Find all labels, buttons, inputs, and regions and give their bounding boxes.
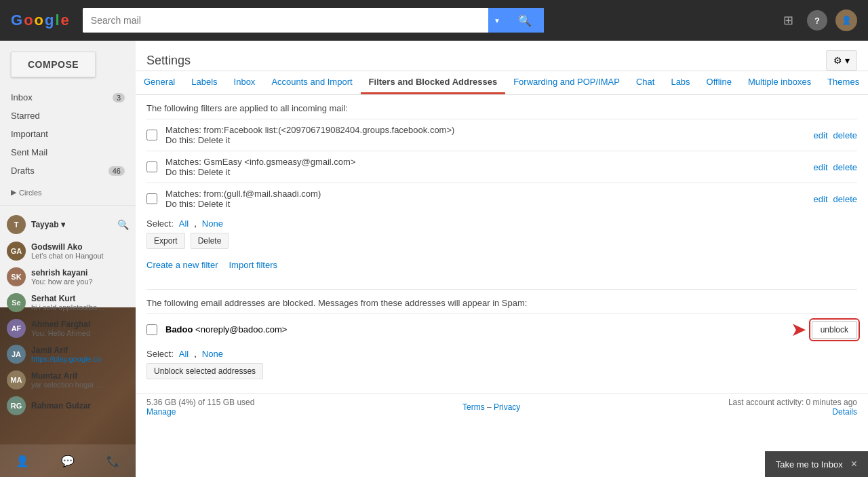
blocked-select-all[interactable]: All — [179, 349, 189, 359]
privacy-link[interactable]: Privacy — [494, 402, 520, 412]
tab-multiple[interactable]: Multiple inboxes — [740, 71, 819, 94]
filter-actions-1: edit delete — [814, 130, 857, 140]
filter-row-2: Matches: GsmEasy <info.gsmeasy@gmail.com… — [146, 151, 857, 183]
chat-user-self[interactable]: T Tayyab ▾ 🔍 — [0, 211, 136, 238]
filters-select-row: Select: All, None — [146, 214, 857, 233]
sidebar-item-starred[interactable]: Starred — [0, 107, 136, 125]
chat-user-4[interactable]: AF Ahmed Farghal You: Hello Ahmed — [0, 316, 136, 341]
chat-user-6[interactable]: MA Mumtaz Arif yar selection hogai yah — [0, 367, 136, 393]
search-chat-icon[interactable]: 🔍 — [117, 219, 129, 230]
filter-edit-2[interactable]: edit — [814, 162, 828, 172]
chat-avatar-5: JA — [7, 345, 26, 364]
filter-section: The following filters are applied to all… — [136, 95, 868, 289]
unblock-button[interactable]: unblock — [812, 321, 857, 339]
google-logo: Google — [11, 12, 69, 29]
contacts-icon[interactable]: 👤 — [10, 449, 35, 473]
create-filter-link[interactable]: Create a new filter — [146, 260, 218, 270]
tab-offline[interactable]: Offline — [698, 71, 740, 94]
phone-icon[interactable]: 📞 — [101, 449, 125, 473]
filter-action-2: Do this: Delete it — [165, 167, 814, 177]
filter-row-3: Matches: from:(gull.f@mail.shaadi.com) D… — [146, 183, 857, 214]
unblock-selected-button[interactable]: Unblock selected addresses — [146, 363, 263, 379]
filter-action-3: Do this: Delete it — [165, 199, 814, 209]
chat-user-3[interactable]: Se Serhat Kurt hi i sold appletoolbox th — [0, 290, 136, 316]
blocked-email-address: <noreply@badoo.com> — [195, 324, 287, 335]
settings-header: Settings ⚙ ▾ — [136, 41, 868, 71]
blocked-checkbox-1[interactable] — [146, 324, 157, 335]
chat-avatar-3: Se — [7, 293, 26, 312]
search-dropdown-btn[interactable]: ▼ — [488, 8, 506, 33]
chat-user-5[interactable]: JA Jamil Arif https://play.google.co — [0, 341, 136, 367]
sidebar-item-sent[interactable]: Sent Mail — [0, 143, 136, 161]
filter-row-1: Matches: from:Facebook list:(<2097067190… — [146, 119, 857, 151]
search-input[interactable] — [83, 8, 488, 33]
sidebar-item-drafts[interactable]: Drafts 46 — [0, 161, 136, 180]
sidebar-item-inbox[interactable]: Inbox 3 — [0, 88, 136, 107]
filter-delete-2[interactable]: delete — [833, 162, 857, 172]
filter-actions-2: edit delete — [814, 162, 857, 172]
import-filters-link[interactable]: Import filters — [229, 260, 278, 270]
chat-avatar-1: GA — [7, 242, 26, 261]
delete-button[interactable]: Delete — [191, 233, 229, 249]
filter-delete-1[interactable]: delete — [833, 130, 857, 140]
unblock-arrow-annotation: ➤ unblock — [511, 318, 857, 341]
tab-accounts[interactable]: Accounts and Import — [263, 71, 360, 94]
inbox-badge: 3 — [113, 93, 125, 102]
sidebar-item-important[interactable]: Important — [0, 125, 136, 143]
filter-checkbox-2[interactable] — [146, 161, 157, 172]
terms-link[interactable]: Terms — [462, 402, 485, 412]
filter-edit-1[interactable]: edit — [814, 130, 828, 140]
compose-button[interactable]: COMPOSE — [11, 52, 96, 77]
tab-themes[interactable]: Themes — [819, 71, 867, 94]
select-none-link[interactable]: None — [202, 218, 223, 229]
filter-matches-2: Matches: GsmEasy <info.gsmeasy@gmail.com… — [165, 157, 814, 167]
filter-edit-3[interactable]: edit — [814, 194, 828, 204]
filter-checkbox-3[interactable] — [146, 193, 157, 204]
sidebar-circles[interactable]: ▶ Circles — [0, 185, 136, 199]
chat-bubble-icon[interactable]: 💬 — [56, 449, 80, 473]
tab-inbox[interactable]: Inbox — [226, 71, 264, 94]
tab-forwarding[interactable]: Forwarding and POP/IMAP — [505, 71, 628, 94]
tab-general[interactable]: General — [136, 71, 183, 94]
search-icon: 🔍 — [518, 14, 532, 27]
red-arrow-icon: ➤ — [791, 318, 806, 341]
page-title: Settings — [146, 54, 191, 68]
select-all-link[interactable]: All — [179, 218, 189, 229]
inbox-notification-text[interactable]: Take me to Inbox — [776, 459, 843, 470]
close-notification-button[interactable]: × — [851, 458, 857, 470]
filter-footer: Create a new filter Import filters — [146, 254, 857, 281]
avatar[interactable]: 👤 — [835, 9, 857, 31]
content-area: Settings ⚙ ▾ General Labels Inbox Accoun… — [136, 41, 868, 477]
storage-section: 5.36 GB (4%) of 115 GB used Manage Terms… — [136, 393, 868, 421]
chat-avatar-2: SK — [7, 267, 26, 286]
grid-icon[interactable]: ⊞ — [777, 9, 799, 31]
storage-used: 5.36 GB (4%) of 115 GB used — [146, 398, 254, 407]
filter-checkbox-1[interactable] — [146, 130, 157, 140]
search-button[interactable]: 🔍 — [506, 8, 544, 33]
filter-matches-3: Matches: from:(gull.f@mail.shaadi.com) — [165, 189, 814, 199]
chat-avatar-4: AF — [7, 319, 26, 338]
settings-tabs: General Labels Inbox Accounts and Import… — [136, 71, 868, 95]
settings-gear-button[interactable]: ⚙ ▾ — [826, 50, 857, 71]
filter-actions-3: edit delete — [814, 194, 857, 204]
chat-user-2[interactable]: SK sehrish kayani You: how are you? — [0, 264, 136, 290]
tab-labels[interactable]: Labels — [183, 71, 225, 94]
tab-labs[interactable]: Labs — [663, 71, 698, 94]
manage-storage-link[interactable]: Manage — [146, 407, 176, 417]
help-icon[interactable]: ? — [807, 10, 827, 31]
chat-user-7[interactable]: RG Rahman Gulzar — [0, 393, 136, 419]
blocked-select-label: Select: — [146, 349, 174, 359]
filter-delete-3[interactable]: delete — [833, 194, 857, 204]
export-button[interactable]: Export — [146, 233, 185, 249]
blocked-select-none[interactable]: None — [202, 349, 223, 359]
select-label: Select: — [146, 218, 174, 229]
chevron-right-icon: ▶ — [11, 188, 16, 197]
sidebar: COMPOSE Inbox 3 Starred Important Sent M… — [0, 41, 136, 477]
search-bar: ▼ 🔍 — [83, 8, 544, 33]
tab-filters[interactable]: Filters and Blocked Addresses — [361, 71, 506, 94]
details-link[interactable]: Details — [832, 407, 857, 417]
chat-user-1[interactable]: GA Godswill Ako Let's chat on Hangout — [0, 238, 136, 264]
main-layout: COMPOSE Inbox 3 Starred Important Sent M… — [0, 41, 868, 477]
tab-chat[interactable]: Chat — [628, 71, 663, 94]
blocked-email-name: Badoo — [165, 324, 193, 335]
